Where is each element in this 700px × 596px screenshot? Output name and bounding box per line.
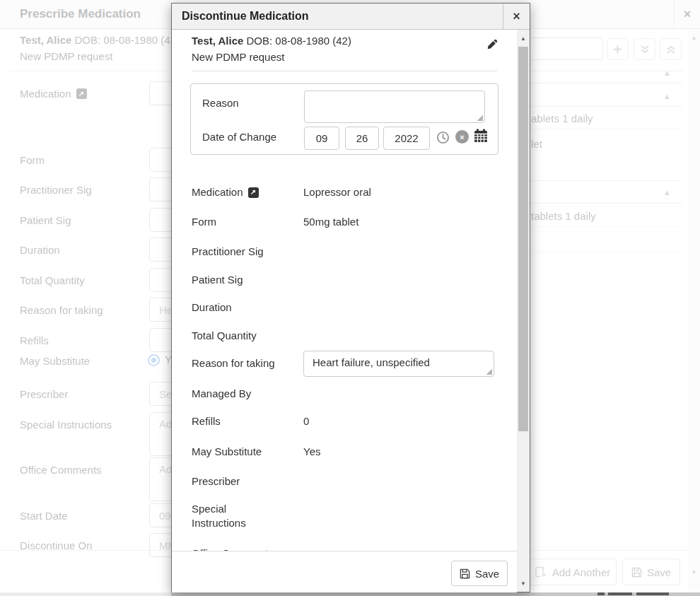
row-medication: Medication↗ Lopressor oral xyxy=(172,185,504,199)
double-chevron-up-icon xyxy=(665,45,677,54)
field-label: Practitioner Sig xyxy=(20,177,92,201)
save-button[interactable]: Save xyxy=(622,559,680,585)
row-duration: Duration xyxy=(172,300,504,315)
clipped-text-fragment xyxy=(608,592,632,595)
save-button[interactable]: Save xyxy=(451,561,508,586)
field-label: Reason for taking xyxy=(20,298,103,322)
divider xyxy=(530,252,683,253)
page-scrollbar[interactable]: ▲ ▼ xyxy=(688,30,700,592)
field-label: Discontinue On xyxy=(20,533,93,557)
field-label: Start Date xyxy=(20,503,68,527)
divider xyxy=(192,71,497,71)
add-another-button[interactable]: Add Another xyxy=(528,559,617,585)
field-label: Prescriber xyxy=(20,382,68,406)
discontinue-medication-dialog: Discontinue Medication × Test, Alice DOB… xyxy=(171,3,530,592)
field-label: Patient Sig xyxy=(20,208,71,232)
patient-summary: Test, Alice DOB: 08-08-1980 (42) xyxy=(192,35,351,47)
reason-label: Reason xyxy=(202,97,239,109)
dialog-scrollbar[interactable]: ▲ ▼ xyxy=(517,30,530,592)
add-button[interactable]: + xyxy=(607,38,629,60)
patient-summary: Test, Alice DOB: 08-08-1980 (42) xyxy=(20,34,180,46)
medication-list-item[interactable]: let xyxy=(531,138,542,150)
medication-list-item[interactable]: tablets 1 daily xyxy=(531,210,596,222)
row-prescriber: Prescriber xyxy=(172,474,504,489)
row-special-instructions: Special Instructions xyxy=(172,502,504,530)
reason-textarea[interactable] xyxy=(304,90,485,123)
row-patient-sig: Patient Sig xyxy=(172,273,504,287)
scrollbar-thumb[interactable] xyxy=(518,47,528,431)
page-close-icon[interactable]: × xyxy=(674,0,700,28)
scroll-up-icon[interactable]: ▲ xyxy=(688,33,700,42)
divider xyxy=(530,226,683,227)
scroll-down-icon[interactable]: ▼ xyxy=(517,578,530,589)
plus-icon: + xyxy=(613,41,622,58)
field-label: Form xyxy=(20,148,45,172)
dialog-footer: Save xyxy=(172,551,517,592)
external-link-icon: ↗ xyxy=(76,88,87,99)
dialog-close-icon[interactable]: × xyxy=(503,4,530,29)
edit-pencil-icon[interactable] xyxy=(487,39,498,52)
scroll-up-icon[interactable]: ▲ xyxy=(517,33,530,44)
scroll-down-icon[interactable]: ▼ xyxy=(688,567,700,577)
dialog-header: Discontinue Medication × xyxy=(172,4,530,30)
clear-date-icon[interactable]: × xyxy=(455,130,469,144)
field-label: Special Instructions xyxy=(20,412,112,436)
collapse-caret-icon[interactable]: ▲ xyxy=(663,188,671,197)
divider xyxy=(530,129,683,129)
pdmp-request-link[interactable]: New PDMP request xyxy=(20,50,112,62)
save-icon xyxy=(631,567,642,578)
may-substitute-yes-radio[interactable] xyxy=(148,354,160,366)
save-icon xyxy=(460,568,470,579)
expand-all-button[interactable] xyxy=(634,38,655,60)
row-managed-by: Managed By xyxy=(172,387,504,401)
field-label: Total Quantity xyxy=(20,268,85,292)
add-prescription-icon xyxy=(535,566,547,578)
external-link-icon[interactable]: ↗ xyxy=(248,187,259,198)
field-value: 50mg tablet xyxy=(303,215,358,229)
collapse-caret-icon[interactable]: ▲ xyxy=(663,69,671,77)
divider xyxy=(530,180,683,181)
divider xyxy=(530,203,683,204)
field-value: Lopressor oral xyxy=(303,185,371,199)
collapse-caret-icon[interactable]: ▲ xyxy=(663,92,671,100)
divider xyxy=(530,106,683,107)
date-year-input[interactable]: 2022 xyxy=(383,127,430,150)
clipped-text-fragment xyxy=(597,592,605,595)
field-label: Duration xyxy=(20,238,60,262)
field-label: Medication xyxy=(20,88,71,100)
medication-list-item[interactable]: ablets 1 daily xyxy=(531,112,593,124)
pdmp-request-link[interactable]: New PDMP request xyxy=(192,51,284,63)
field-label: Refills xyxy=(20,328,49,352)
date-of-change-label: Date of Change xyxy=(202,131,276,143)
reason-for-taking-textarea[interactable]: Heart failure, unspecified xyxy=(303,351,494,377)
dialog-title: Discontinue Medication xyxy=(182,4,309,29)
page-title: Prescribe Medication xyxy=(20,0,141,28)
row-total-quantity: Total Quantity xyxy=(172,329,504,343)
field-label: Office Comments xyxy=(20,457,102,481)
row-form: Form 50mg tablet xyxy=(172,215,504,229)
time-icon[interactable] xyxy=(436,130,450,144)
calendar-icon[interactable] xyxy=(474,129,488,143)
field-value: 0 xyxy=(303,414,309,428)
divider xyxy=(530,83,683,83)
date-day-input[interactable]: 26 xyxy=(345,127,379,150)
row-practitioner-sig: Practitioner Sig xyxy=(172,245,504,259)
row-refills: Refills 0 xyxy=(172,414,504,428)
field-value: Yes xyxy=(303,445,320,459)
row-may-substitute: May Substitute Yes xyxy=(172,445,504,459)
field-label: May Substitute xyxy=(20,353,90,368)
clipped-text-fragment xyxy=(636,592,669,595)
discontinue-details-box: Reason Date of Change 09 26 2022 × xyxy=(190,83,498,155)
double-chevron-down-icon xyxy=(639,45,651,54)
collapse-all-button[interactable] xyxy=(660,38,682,60)
date-month-input[interactable]: 09 xyxy=(304,127,339,150)
